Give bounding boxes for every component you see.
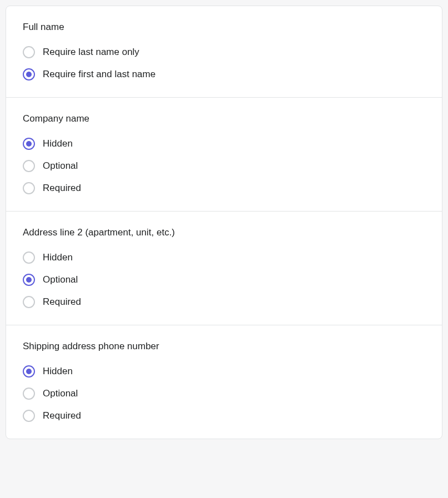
- section-shipping-phone: Shipping address phone number Hidden Opt…: [6, 325, 442, 439]
- radio-label: Require last name only: [43, 47, 139, 58]
- section-title-full-name: Full name: [23, 22, 425, 33]
- section-title-address-line-2: Address line 2 (apartment, unit, etc.): [23, 227, 425, 238]
- radio-label: Require first and last name: [43, 69, 155, 80]
- radio-group-address-line-2: Hidden Optional Required: [23, 251, 425, 308]
- radio-option-phone-hidden[interactable]: Hidden: [23, 365, 425, 378]
- section-address-line-2: Address line 2 (apartment, unit, etc.) H…: [6, 212, 442, 325]
- radio-label: Required: [43, 296, 81, 308]
- radio-group-company-name: Hidden Optional Required: [23, 138, 425, 194]
- radio-label: Optional: [43, 388, 78, 399]
- radio-icon: [23, 365, 35, 378]
- radio-icon: [23, 296, 35, 308]
- radio-label: Optional: [43, 160, 78, 172]
- radio-label: Required: [43, 183, 81, 194]
- radio-icon: [23, 160, 35, 172]
- radio-label: Hidden: [43, 138, 73, 149]
- radio-icon: [23, 138, 35, 150]
- radio-icon: [23, 46, 35, 58]
- radio-label: Hidden: [43, 252, 73, 263]
- section-full-name: Full name Require last name only Require…: [6, 6, 442, 98]
- radio-label: Hidden: [43, 366, 73, 377]
- radio-option-address2-required[interactable]: Required: [23, 296, 425, 308]
- radio-option-address2-optional[interactable]: Optional: [23, 274, 425, 286]
- radio-group-full-name: Require last name only Require first and…: [23, 46, 425, 81]
- radio-option-company-required[interactable]: Required: [23, 182, 425, 194]
- radio-icon: [23, 68, 35, 81]
- radio-icon: [23, 274, 35, 286]
- radio-option-phone-required[interactable]: Required: [23, 410, 425, 422]
- radio-label: Optional: [43, 274, 78, 285]
- radio-label: Required: [43, 410, 81, 421]
- radio-option-first-and-last[interactable]: Require first and last name: [23, 68, 425, 81]
- settings-card: Full name Require last name only Require…: [6, 6, 442, 439]
- radio-icon: [23, 251, 35, 264]
- radio-option-address2-hidden[interactable]: Hidden: [23, 251, 425, 264]
- radio-option-last-name-only[interactable]: Require last name only: [23, 46, 425, 58]
- section-company-name: Company name Hidden Optional Required: [6, 98, 442, 212]
- radio-option-company-hidden[interactable]: Hidden: [23, 138, 425, 150]
- radio-group-shipping-phone: Hidden Optional Required: [23, 365, 425, 422]
- section-title-shipping-phone: Shipping address phone number: [23, 341, 425, 352]
- radio-icon: [23, 388, 35, 400]
- radio-option-phone-optional[interactable]: Optional: [23, 388, 425, 400]
- radio-icon: [23, 182, 35, 194]
- radio-option-company-optional[interactable]: Optional: [23, 160, 425, 172]
- section-title-company-name: Company name: [23, 113, 425, 124]
- radio-icon: [23, 410, 35, 422]
